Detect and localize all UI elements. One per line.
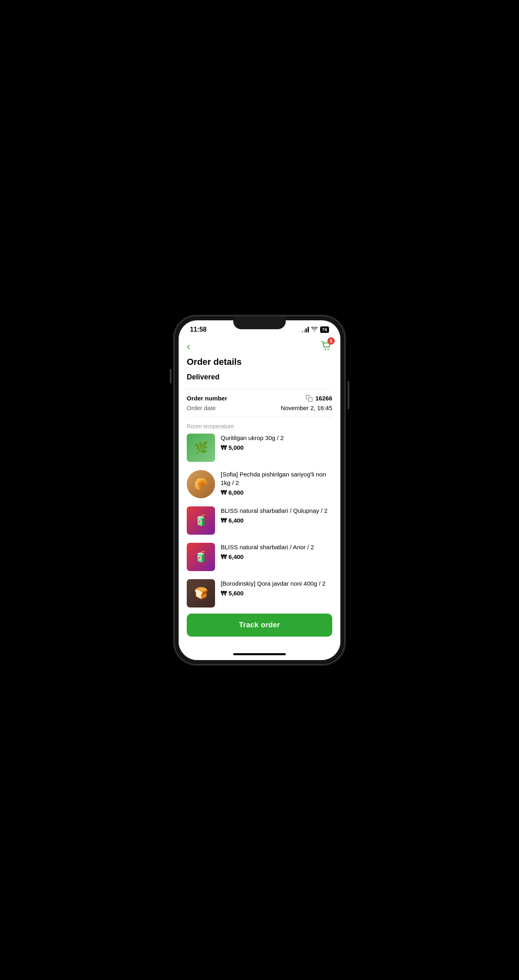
order-number-value: 16266 [306,395,332,402]
product-item: 🧃 BLISS natural sharbatlari / Qulupnay /… [187,506,332,535]
page-title: Order details [187,357,332,367]
order-meta: Order number 16266 Order date November 2… [187,395,332,411]
product-item: 🧃 BLISS natural sharbatlari / Anor / 2 ₩… [187,543,332,571]
home-indicator [179,649,340,660]
content-area: Order details Delivered Order number 162… [179,357,340,609]
wifi-icon [311,326,318,333]
product-name: BLISS natural sharbatlari / Qulupnay / 2 [221,506,332,515]
battery-icon: 74 [320,326,329,333]
product-price: ₩ 6,000 [221,489,332,496]
product-name: [Sofia] Pechda pishirilgan sariyog'li no… [221,470,332,487]
product-info: BLISS natural sharbatlari / Qulupnay / 2… [221,506,332,524]
phone-frame: 11:58 74 ‹ [175,316,344,664]
order-number-row: Order number 16266 [187,395,332,402]
back-button[interactable]: ‹ [187,340,190,353]
product-name: Quritilgan ukrop 30g / 2 [221,434,332,442]
product-item: 🥐 [Sofia] Pechda pishirilgan sariyog'li … [187,470,332,498]
product-item: 🍞 [Borodinskiy] Qora javdar noni 400g / … [187,579,332,607]
notch [233,316,286,329]
product-name: BLISS natural sharbatlari / Anor / 2 [221,543,332,551]
nav-bar: ‹ 5 [179,335,340,357]
svg-rect-2 [308,397,312,401]
cart-button[interactable]: 5 [320,340,332,353]
product-image: 🧃 [187,506,215,535]
product-image: 🍞 [187,579,215,607]
status-time: 11:58 [190,326,207,333]
signal-icon [302,327,309,332]
track-order-button[interactable]: Track order [187,614,332,637]
track-btn-container: Track order [179,609,340,649]
product-image: 🧃 [187,543,215,571]
product-info: BLISS natural sharbatlari / Anor / 2 ₩ 6… [221,543,332,561]
product-name: [Borodinskiy] Qora javdar noni 400g / 2 [221,579,332,588]
cart-badge: 5 [327,337,335,345]
product-info: [Sofia] Pechda pishirilgan sariyog'li no… [221,470,332,496]
product-image: 🥐 [187,470,215,498]
home-bar [233,653,286,655]
product-price: ₩ 5,600 [221,590,332,597]
products-list: 🌿 Quritilgan ukrop 30g / 2 ₩ 5,000 🥐 [So… [187,434,332,609]
svg-point-1 [327,349,329,350]
divider-1 [187,389,332,389]
temperature-section-label: Room temperature [187,423,332,430]
order-number-label: Order number [187,395,227,402]
product-image: 🌿 [187,434,215,462]
order-date-row: Order date November 2, 16:45 [187,404,332,411]
product-info: [Borodinskiy] Qora javdar noni 400g / 2 … [221,579,332,597]
product-item: 🌿 Quritilgan ukrop 30g / 2 ₩ 5,000 [187,434,332,462]
status-icons: 74 [302,326,329,333]
product-info: Quritilgan ukrop 30g / 2 ₩ 5,000 [221,434,332,451]
product-price: ₩ 6,400 [221,517,332,524]
product-price: ₩ 5,000 [221,444,332,451]
product-price: ₩ 6,400 [221,553,332,561]
svg-point-0 [325,349,326,350]
copy-icon [306,395,313,402]
order-date-value: November 2, 16:45 [281,404,332,411]
order-status: Delivered [187,373,332,381]
order-date-label: Order date [187,404,216,411]
phone-screen: 11:58 74 ‹ [179,320,340,660]
divider-2 [187,417,332,417]
